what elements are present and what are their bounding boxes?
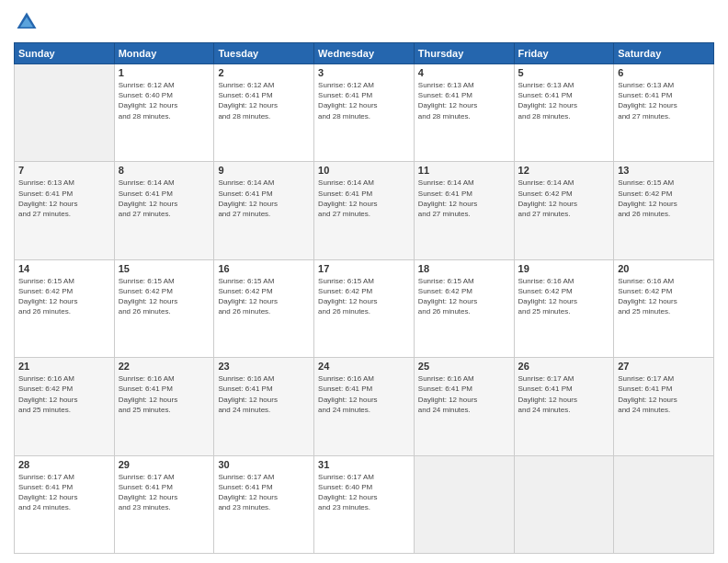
day-info: Sunrise: 6:17 AM Sunset: 6:40 PM Dayligh… (318, 472, 410, 513)
day-info: Sunrise: 6:16 AM Sunset: 6:41 PM Dayligh… (218, 373, 310, 415)
day-info: Sunrise: 6:16 AM Sunset: 6:42 PM Dayligh… (518, 276, 610, 317)
day-info: Sunrise: 6:16 AM Sunset: 6:41 PM Dayligh… (318, 373, 410, 415)
day-info: Sunrise: 6:13 AM Sunset: 6:41 PM Dayligh… (618, 80, 710, 121)
day-cell: 4Sunrise: 6:13 AM Sunset: 6:41 PM Daylig… (414, 64, 514, 162)
day-cell: 14Sunrise: 6:15 AM Sunset: 6:42 PM Dayli… (15, 259, 115, 357)
day-number: 28 (18, 459, 110, 470)
day-number: 3 (318, 67, 410, 78)
day-info: Sunrise: 6:15 AM Sunset: 6:42 PM Dayligh… (119, 276, 210, 317)
day-info: Sunrise: 6:14 AM Sunset: 6:41 PM Dayligh… (119, 178, 210, 219)
day-info: Sunrise: 6:16 AM Sunset: 6:42 PM Dayligh… (18, 373, 110, 415)
header (14, 9, 714, 35)
week-row-1: 1Sunrise: 6:12 AM Sunset: 6:40 PM Daylig… (15, 64, 714, 162)
header-cell-friday: Friday (514, 43, 614, 64)
day-info: Sunrise: 6:15 AM Sunset: 6:42 PM Dayligh… (418, 276, 510, 317)
day-number: 2 (218, 67, 310, 78)
day-info: Sunrise: 6:14 AM Sunset: 6:41 PM Dayligh… (418, 178, 510, 219)
day-info: Sunrise: 6:13 AM Sunset: 6:41 PM Dayligh… (518, 80, 610, 121)
header-cell-thursday: Thursday (414, 43, 514, 64)
day-number: 20 (618, 263, 710, 274)
day-number: 14 (18, 263, 110, 274)
day-number: 16 (218, 263, 310, 274)
day-number: 8 (119, 165, 210, 176)
day-info: Sunrise: 6:14 AM Sunset: 6:42 PM Dayligh… (518, 178, 610, 219)
calendar-table: SundayMondayTuesdayWednesdayThursdayFrid… (14, 42, 714, 554)
day-info: Sunrise: 6:16 AM Sunset: 6:42 PM Dayligh… (618, 276, 710, 317)
day-cell: 18Sunrise: 6:15 AM Sunset: 6:42 PM Dayli… (414, 259, 514, 357)
day-info: Sunrise: 6:12 AM Sunset: 6:41 PM Dayligh… (218, 80, 310, 121)
day-info: Sunrise: 6:15 AM Sunset: 6:42 PM Dayligh… (318, 276, 410, 317)
day-number: 19 (518, 263, 610, 274)
day-cell: 7Sunrise: 6:13 AM Sunset: 6:41 PM Daylig… (15, 162, 115, 259)
day-number: 4 (418, 67, 510, 78)
day-cell: 13Sunrise: 6:15 AM Sunset: 6:42 PM Dayli… (614, 162, 714, 259)
day-number: 12 (518, 165, 610, 176)
day-cell: 8Sunrise: 6:14 AM Sunset: 6:41 PM Daylig… (114, 162, 214, 259)
day-number: 27 (618, 361, 710, 372)
day-cell: 23Sunrise: 6:16 AM Sunset: 6:41 PM Dayli… (214, 358, 314, 455)
day-cell: 3Sunrise: 6:12 AM Sunset: 6:41 PM Daylig… (314, 64, 415, 162)
day-number: 13 (618, 165, 710, 176)
day-cell (614, 455, 714, 553)
day-number: 24 (318, 361, 410, 372)
day-info: Sunrise: 6:15 AM Sunset: 6:42 PM Dayligh… (618, 178, 710, 219)
day-cell: 9Sunrise: 6:14 AM Sunset: 6:41 PM Daylig… (214, 162, 314, 259)
day-cell: 28Sunrise: 6:17 AM Sunset: 6:41 PM Dayli… (15, 455, 115, 553)
day-number: 18 (418, 263, 510, 274)
day-cell: 27Sunrise: 6:17 AM Sunset: 6:41 PM Dayli… (614, 358, 714, 455)
day-number: 29 (119, 459, 210, 470)
day-cell: 29Sunrise: 6:17 AM Sunset: 6:41 PM Dayli… (114, 455, 214, 553)
day-number: 22 (119, 361, 210, 372)
logo (14, 9, 43, 35)
day-info: Sunrise: 6:17 AM Sunset: 6:41 PM Dayligh… (18, 472, 110, 513)
day-cell: 30Sunrise: 6:17 AM Sunset: 6:41 PM Dayli… (214, 455, 314, 553)
page: SundayMondayTuesdayWednesdayThursdayFrid… (0, 0, 728, 563)
day-info: Sunrise: 6:16 AM Sunset: 6:41 PM Dayligh… (119, 373, 210, 415)
header-cell-saturday: Saturday (614, 43, 714, 64)
day-cell: 31Sunrise: 6:17 AM Sunset: 6:40 PM Dayli… (314, 455, 415, 553)
week-row-4: 21Sunrise: 6:16 AM Sunset: 6:42 PM Dayli… (15, 358, 714, 455)
header-row: SundayMondayTuesdayWednesdayThursdayFrid… (15, 43, 714, 64)
day-cell: 6Sunrise: 6:13 AM Sunset: 6:41 PM Daylig… (614, 64, 714, 162)
day-number: 1 (119, 67, 210, 78)
day-number: 7 (18, 165, 110, 176)
week-row-2: 7Sunrise: 6:13 AM Sunset: 6:41 PM Daylig… (15, 162, 714, 259)
week-row-3: 14Sunrise: 6:15 AM Sunset: 6:42 PM Dayli… (15, 259, 714, 357)
day-number: 5 (518, 67, 610, 78)
day-number: 15 (119, 263, 210, 274)
day-cell: 20Sunrise: 6:16 AM Sunset: 6:42 PM Dayli… (614, 259, 714, 357)
day-info: Sunrise: 6:17 AM Sunset: 6:41 PM Dayligh… (218, 472, 310, 513)
day-info: Sunrise: 6:15 AM Sunset: 6:42 PM Dayligh… (18, 276, 110, 317)
day-number: 26 (518, 361, 610, 372)
day-info: Sunrise: 6:16 AM Sunset: 6:41 PM Dayligh… (418, 373, 510, 415)
calendar-body: 1Sunrise: 6:12 AM Sunset: 6:40 PM Daylig… (15, 64, 714, 554)
header-cell-tuesday: Tuesday (214, 43, 314, 64)
day-cell: 17Sunrise: 6:15 AM Sunset: 6:42 PM Dayli… (314, 259, 415, 357)
day-cell: 15Sunrise: 6:15 AM Sunset: 6:42 PM Dayli… (114, 259, 214, 357)
day-cell: 22Sunrise: 6:16 AM Sunset: 6:41 PM Dayli… (114, 358, 214, 455)
day-info: Sunrise: 6:13 AM Sunset: 6:41 PM Dayligh… (418, 80, 510, 121)
day-cell: 24Sunrise: 6:16 AM Sunset: 6:41 PM Dayli… (314, 358, 415, 455)
day-number: 21 (18, 361, 110, 372)
day-cell: 19Sunrise: 6:16 AM Sunset: 6:42 PM Dayli… (514, 259, 614, 357)
day-info: Sunrise: 6:14 AM Sunset: 6:41 PM Dayligh… (218, 178, 310, 219)
day-cell (414, 455, 514, 553)
calendar-header: SundayMondayTuesdayWednesdayThursdayFrid… (15, 43, 714, 64)
day-number: 9 (218, 165, 310, 176)
day-cell: 11Sunrise: 6:14 AM Sunset: 6:41 PM Dayli… (414, 162, 514, 259)
day-cell: 10Sunrise: 6:14 AM Sunset: 6:41 PM Dayli… (314, 162, 415, 259)
day-number: 17 (318, 263, 410, 274)
day-cell: 5Sunrise: 6:13 AM Sunset: 6:41 PM Daylig… (514, 64, 614, 162)
day-number: 31 (318, 459, 410, 470)
day-info: Sunrise: 6:17 AM Sunset: 6:41 PM Dayligh… (518, 373, 610, 415)
day-number: 25 (418, 361, 510, 372)
day-number: 23 (218, 361, 310, 372)
day-info: Sunrise: 6:17 AM Sunset: 6:41 PM Dayligh… (119, 472, 210, 513)
day-number: 6 (618, 67, 710, 78)
header-cell-sunday: Sunday (15, 43, 115, 64)
day-cell: 16Sunrise: 6:15 AM Sunset: 6:42 PM Dayli… (214, 259, 314, 357)
day-cell: 25Sunrise: 6:16 AM Sunset: 6:41 PM Dayli… (414, 358, 514, 455)
header-cell-monday: Monday (114, 43, 214, 64)
day-number: 10 (318, 165, 410, 176)
day-cell (15, 64, 115, 162)
